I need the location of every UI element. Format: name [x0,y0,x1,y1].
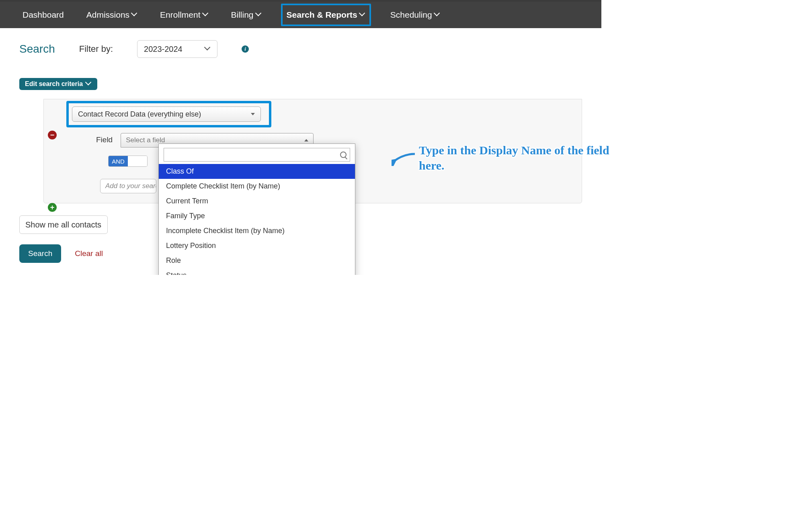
nav-admissions[interactable]: Admissions [83,4,141,26]
filter-by-label: Filter by: [79,44,113,54]
nav-label: Enrollment [160,10,200,20]
nav-label: Billing [231,10,254,20]
logic-toggle[interactable]: AND [108,156,148,167]
triangle-down-icon [251,113,255,115]
data-source-select[interactable]: Contact Record Data (everything else) [72,107,261,122]
dropdown-option[interactable]: Complete Checklist Item (by Name) [159,179,355,194]
arrow-icon [392,150,416,166]
summary-text: Show me all contacts [25,220,101,229]
search-button[interactable]: Search [19,244,61,263]
data-source-value: Contact Record Data (everything else) [78,110,201,119]
nav-label: Scheduling [390,10,432,20]
field-label: Field [96,133,113,144]
nav-label: Dashboard [23,10,64,20]
annotation-callout: Type in the Display Name of the field he… [392,143,617,173]
search-icon [340,152,347,158]
chevron-down-icon [205,46,211,52]
chevron-down-icon [435,12,440,18]
edit-pill-label: Edit search criteria [25,80,83,88]
dropdown-option[interactable]: Family Type [159,209,355,223]
filter-year-value: 2023-2024 [144,45,182,54]
top-navbar: Dashboard Admissions Enrollment Billing … [0,0,601,28]
filter-year-select[interactable]: 2023-2024 [137,40,217,58]
edit-search-criteria-toggle[interactable]: Edit search criteria [19,78,97,90]
chevron-down-icon [86,81,92,87]
criteria-panel: − + Contact Record Data (everything else… [43,99,582,203]
add-to-search-input[interactable]: Add to your search [100,179,156,193]
field-dropdown-panel: Class Of Complete Checklist Item (by Nam… [158,143,355,275]
logic-or[interactable] [128,156,147,166]
add-placeholder: Add to your search [105,182,156,190]
dropdown-option[interactable]: Lottery Position [159,238,355,253]
field-dropdown-list: Class Of Complete Checklist Item (by Nam… [159,164,355,275]
field-dropdown-search[interactable] [164,148,350,162]
add-criteria-icon[interactable]: + [48,203,57,212]
nav-search-reports[interactable]: Search & Reports [281,4,371,26]
dropdown-option[interactable]: Status [159,268,355,275]
field-placeholder: Select a field [126,136,165,144]
dropdown-option-class-of[interactable]: Class Of [159,164,355,179]
dropdown-option[interactable]: Incomplete Checklist Item (by Name) [159,223,355,238]
annotation-text: Type in the Display Name of the field he… [419,143,617,173]
info-icon[interactable]: i [242,45,249,53]
nav-billing[interactable]: Billing [228,4,265,26]
nav-label: Search & Reports [287,10,357,20]
page-title: Search [19,43,55,55]
field-dropdown-search-input[interactable] [167,149,340,161]
nav-scheduling[interactable]: Scheduling [387,4,443,26]
summary-field[interactable]: Show me all contacts [19,215,108,234]
logic-and[interactable]: AND [109,156,128,166]
chevron-down-icon [360,12,365,18]
triangle-up-icon [304,139,308,141]
chevron-down-icon [256,12,262,18]
remove-criteria-icon[interactable]: − [48,131,57,139]
dropdown-option[interactable]: Current Term [159,194,355,209]
nav-enrollment[interactable]: Enrollment [157,4,211,26]
nav-label: Admissions [86,10,129,20]
chevron-down-icon [132,12,137,18]
nav-dashboard[interactable]: Dashboard [19,4,67,26]
dropdown-option[interactable]: Role [159,253,355,268]
clear-all-link[interactable]: Clear all [75,249,103,258]
chevron-down-icon [203,12,209,18]
